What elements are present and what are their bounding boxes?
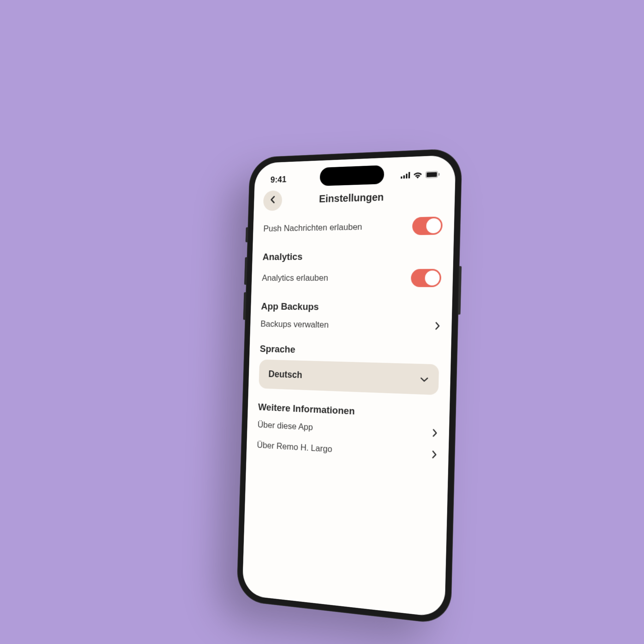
phone-mockup: 9:41 [236, 148, 462, 625]
svg-rect-2 [406, 174, 407, 178]
svg-rect-3 [408, 172, 410, 178]
analytics-label: Analytics erlauben [262, 273, 411, 283]
push-notifications-toggle[interactable] [412, 217, 443, 235]
chevron-left-icon [270, 195, 275, 206]
analytics-heading: Analytics [262, 250, 442, 263]
svg-rect-1 [403, 175, 405, 178]
language-heading: Sprache [260, 343, 440, 359]
backups-heading: App Backups [261, 301, 441, 314]
svg-rect-0 [401, 176, 402, 179]
analytics-toggle[interactable] [411, 269, 441, 287]
svg-rect-5 [426, 172, 437, 177]
chevron-right-icon [432, 428, 438, 439]
phone-screen: 9:41 [242, 155, 456, 617]
status-time: 9:41 [270, 175, 287, 185]
dynamic-island [319, 165, 384, 186]
status-icons [401, 171, 439, 179]
backups-row[interactable]: Backups verwalten [260, 314, 440, 337]
chevron-right-icon [435, 322, 440, 332]
battery-icon [426, 171, 440, 178]
about-author-label: Über Remo H. Largo [257, 440, 432, 461]
wifi-icon [413, 171, 422, 179]
chevron-right-icon [432, 450, 437, 461]
phone-frame: 9:41 [236, 148, 462, 625]
back-button[interactable] [263, 190, 282, 211]
chevron-down-icon [420, 374, 428, 384]
svg-rect-6 [438, 173, 440, 176]
language-dropdown[interactable]: Deutsch [259, 360, 439, 395]
push-notifications-row: Push Nachrichten erlauben [263, 211, 443, 242]
push-notifications-label: Push Nachrichten erlauben [263, 221, 412, 234]
backups-label: Backups verwalten [260, 319, 435, 332]
analytics-row: Analytics erlauben [262, 264, 442, 293]
settings-content: Push Nachrichten erlauben Analytics Anal… [247, 208, 455, 462]
cellular-signal-icon [401, 172, 410, 179]
page-title: Einstellungen [319, 191, 384, 205]
language-selected: Deutsch [268, 369, 302, 380]
